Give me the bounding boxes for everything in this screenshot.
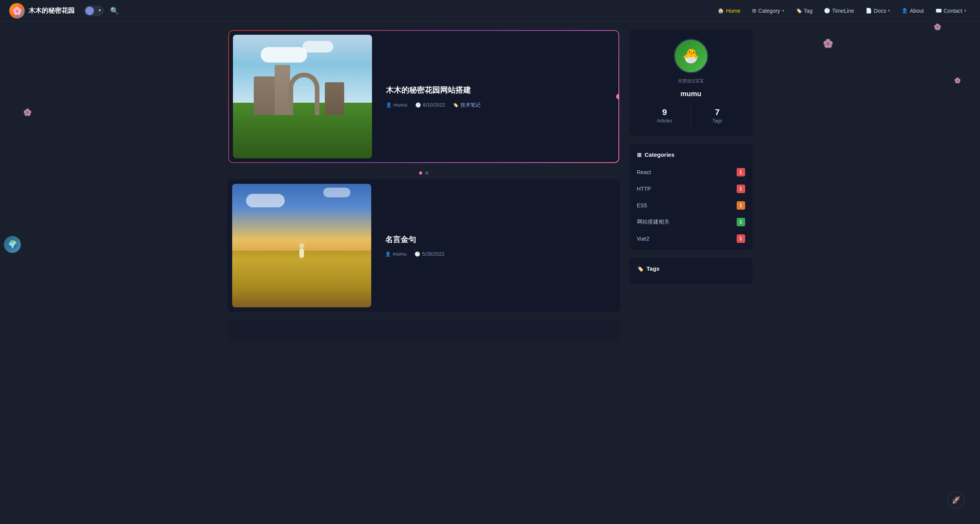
card-content-2: 名言金句 👤 mumu 🕐 5/28/2022: [376, 179, 620, 312]
meta-author-2: 👤 mumu: [385, 251, 407, 257]
sidebar: 🐣 欣赏这位宝宝 mumu 9 Articles 7 Tags ⊞ Catego…: [629, 29, 753, 351]
category-item-website[interactable]: 网站搭建相关 1: [637, 214, 745, 231]
article-date-2: 5/28/2022: [422, 251, 445, 257]
navbar: 🌸 木木的秘密花园 ✦ 🔍 🏠 Home ⊞ Category ▾ 🏷️ Tag…: [0, 0, 980, 22]
anime-cloud-2: [323, 188, 350, 197]
tag-icon: 🏷️: [796, 8, 802, 14]
about-icon: 👤: [902, 8, 908, 14]
nav-links: 🏠 Home ⊞ Category ▾ 🏷️ Tag 🕐 TimeLine 📄 …: [713, 5, 971, 16]
nav-label-timeline: TimeLine: [832, 8, 854, 14]
figure-head: [299, 243, 304, 248]
ruins-stone-2: [275, 65, 290, 115]
meta-author-1: 👤 mumu: [386, 102, 408, 108]
author-name-1: mumu: [394, 102, 408, 108]
categories-section: ⊞ Categories React 1 HTTP 1 ES5 1 网站搭建相关…: [629, 144, 753, 250]
articles-label: Articles: [639, 118, 691, 124]
category-item-react[interactable]: React 1: [637, 164, 745, 181]
petal-decoration-1: 🌸: [823, 39, 833, 49]
site-logo[interactable]: 🌸 木木的秘密花园: [9, 3, 75, 19]
dot-1[interactable]: [419, 171, 422, 175]
ruins-stone-3: [325, 82, 344, 115]
category-name-http: HTTP: [637, 186, 651, 192]
toggle-star-icon: ✦: [98, 8, 101, 12]
tags-label: Tags: [691, 118, 744, 124]
category-item-http[interactable]: HTTP 1: [637, 181, 745, 197]
tags-count: 7: [691, 107, 744, 117]
author-icon-1: 👤: [386, 102, 392, 108]
category-badge-es5: 1: [737, 201, 745, 210]
categories-icon: ⊞: [637, 152, 642, 158]
card-inner-1: 木木的秘密花园网站搭建 👤 mumu 🕐 6/10/2022 🏷️ 技术笔: [228, 30, 619, 163]
category-icon-1: 🏷️: [453, 102, 459, 108]
card-image-1: [233, 35, 372, 158]
stat-articles: 9 Articles: [639, 104, 691, 127]
nav-label-about: About: [910, 8, 924, 14]
category-badge-react: 1: [737, 168, 745, 176]
category-badge-vue2: 1: [737, 234, 745, 243]
article-date-1: 6/10/2022: [423, 102, 445, 108]
tags-title: 🏷️ Tags: [637, 265, 745, 272]
tags-section-icon: 🏷️: [637, 266, 644, 272]
article-card-3[interactable]: [228, 320, 620, 343]
categories-title: ⊞ Categories: [637, 151, 745, 158]
avatar-emoji: 🐣: [675, 40, 707, 72]
anime-figure: [299, 243, 304, 258]
ruins-image: [233, 35, 372, 158]
nav-item-category[interactable]: ⊞ Category ▾: [747, 5, 789, 16]
anime-ground: [232, 258, 371, 307]
stat-tags: 7 Tags: [691, 104, 744, 127]
category-item-es5[interactable]: ES5 1: [637, 197, 745, 214]
author-icon-2: 👤: [385, 251, 391, 257]
left-floating-avatar[interactable]: 🌍: [4, 236, 21, 253]
logo-icon: 🌸: [9, 3, 25, 19]
article-card-2[interactable]: 名言金句 👤 mumu 🕐 5/28/2022: [228, 179, 620, 312]
page-wrapper: 木木的秘密花园网站搭建 👤 mumu 🕐 6/10/2022 🏷️ 技术笔: [220, 22, 761, 358]
card-content-1: 木木的秘密花园网站搭建 👤 mumu 🕐 6/10/2022 🏷️ 技术笔: [377, 30, 619, 163]
contact-icon: ✉️: [936, 8, 942, 14]
petal-decoration-3: 🌸: [954, 77, 961, 83]
main-content: 木木的秘密花园网站搭建 👤 mumu 🕐 6/10/2022 🏷️ 技术笔: [228, 29, 620, 351]
pagination-dots: [228, 171, 620, 175]
docs-chevron-icon: ▾: [888, 8, 890, 13]
date-icon-1: 🕐: [415, 102, 421, 108]
category-icon: ⊞: [752, 8, 756, 14]
meta-category-1: 🏷️ 技术笔记: [453, 102, 481, 109]
nav-item-tag[interactable]: 🏷️ Tag: [791, 5, 817, 16]
nav-item-home[interactable]: 🏠 Home: [713, 5, 745, 16]
category-name-website: 网站搭建相关: [637, 219, 669, 226]
profile-avatar: 🐣: [674, 39, 708, 73]
profile-name: mumu: [639, 90, 744, 98]
docs-icon: 📄: [866, 8, 872, 14]
category-badge-http: 1: [737, 185, 745, 193]
ruins-arch: [289, 73, 319, 115]
dot-2[interactable]: [425, 171, 428, 175]
petal-decoration-2: 🌸: [934, 23, 941, 31]
contact-chevron-icon: ▾: [964, 8, 966, 13]
nav-label-home: Home: [726, 8, 740, 14]
toggle-dot: [85, 7, 94, 15]
card-image-2: [232, 184, 371, 307]
category-item-vue2[interactable]: Vue2 1: [637, 231, 745, 247]
article-category-1: 技术笔记: [460, 102, 481, 109]
nav-item-timeline[interactable]: 🕐 TimeLine: [819, 5, 859, 16]
article-title-2: 名言金句: [385, 234, 611, 245]
nav-label-docs: Docs: [874, 8, 886, 14]
card-inner-2: 名言金句 👤 mumu 🕐 5/28/2022: [228, 179, 620, 312]
site-title: 木木的秘密花园: [29, 6, 75, 15]
figure-body: [299, 248, 304, 258]
home-icon: 🏠: [718, 8, 724, 14]
card-meta-1: 👤 mumu 🕐 6/10/2022 🏷️ 技术笔记: [386, 102, 610, 109]
card-meta-2: 👤 mumu 🕐 5/28/2022: [385, 251, 611, 257]
theme-toggle[interactable]: ✦: [84, 5, 104, 16]
meta-date-2: 🕐 5/28/2022: [414, 251, 445, 257]
nav-item-docs[interactable]: 📄 Docs ▾: [861, 5, 895, 16]
nav-label-contact: Contact: [944, 8, 962, 14]
search-button[interactable]: 🔍: [110, 7, 119, 15]
nav-label-tag: Tag: [804, 8, 813, 14]
date-icon-2: 🕐: [414, 251, 420, 257]
category-name-es5: ES5: [637, 202, 647, 209]
nav-item-contact[interactable]: ✉️ Contact ▾: [931, 5, 971, 16]
article-card-1[interactable]: 木木的秘密花园网站搭建 👤 mumu 🕐 6/10/2022 🏷️ 技术笔: [228, 29, 620, 164]
nav-item-about[interactable]: 👤 About: [897, 5, 929, 16]
rocket-button[interactable]: 🚀: [948, 492, 965, 509]
